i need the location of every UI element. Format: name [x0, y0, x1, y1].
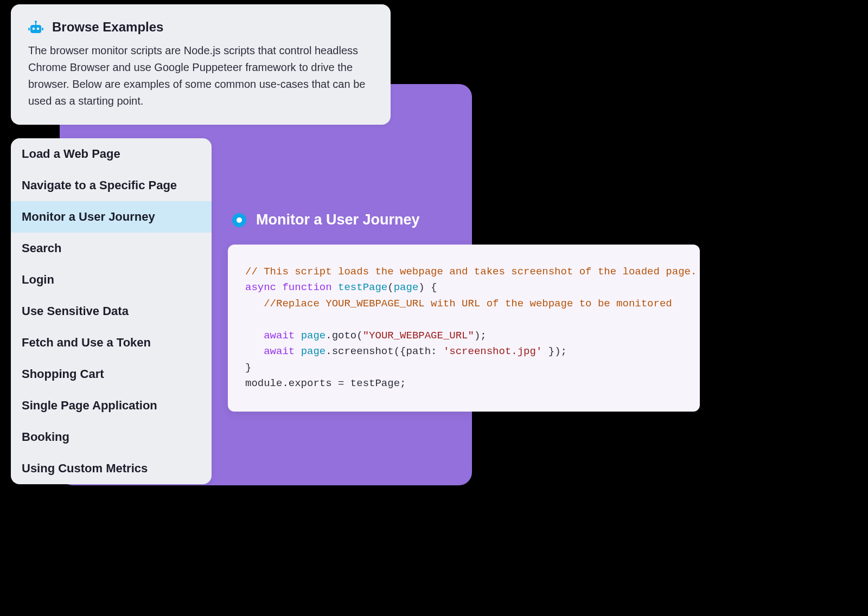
svg-rect-1 — [35, 22, 36, 25]
code-punct: }); — [542, 345, 567, 357]
code-string: "YOUR_WEBPAGE_URL" — [363, 330, 474, 342]
sidebar-item-label: Shopping Cart — [22, 367, 104, 381]
sidebar-item-navigate-specific-page[interactable]: Navigate to a Specific Page — [11, 170, 212, 201]
code-object: page — [301, 345, 326, 357]
svg-rect-5 — [28, 28, 30, 30]
sidebar-item-search[interactable]: Search — [11, 233, 212, 264]
code-indent — [245, 345, 264, 357]
sidebar-item-use-sensitive-data[interactable]: Use Sensitive Data — [11, 296, 212, 327]
examples-sidebar: Load a Web Page Navigate to a Specific P… — [11, 138, 212, 484]
code-indent — [245, 330, 264, 342]
svg-point-4 — [37, 28, 39, 30]
code-punct: ( — [387, 281, 393, 293]
code-object: page — [301, 330, 326, 342]
sidebar-item-fetch-use-token[interactable]: Fetch and Use a Token — [11, 327, 212, 358]
header-card: Browse Examples The browser monitor scri… — [11, 4, 391, 125]
sidebar-item-login[interactable]: Login — [11, 264, 212, 296]
code-keyword-await: await — [264, 345, 295, 357]
robot-icon — [28, 20, 43, 35]
code-method: .goto( — [326, 330, 362, 342]
sidebar-item-label: Use Sensitive Data — [22, 304, 129, 318]
content-title-row: Monitor a User Journey — [228, 211, 700, 228]
sidebar-item-using-custom-metrics[interactable]: Using Custom Metrics — [11, 453, 212, 484]
code-punct: ) { — [418, 281, 437, 293]
header-title: Browse Examples — [52, 20, 163, 35]
code-keyword-await: await — [264, 330, 295, 342]
svg-rect-2 — [30, 25, 41, 33]
code-method: .screenshot({path: — [326, 345, 443, 357]
sidebar-item-single-page-application[interactable]: Single Page Application — [11, 390, 212, 421]
svg-point-3 — [33, 28, 35, 30]
code-string: 'screenshot.jpg' — [443, 345, 542, 357]
code-comment: //Replace YOUR_WEBPAGE_URL with URL of t… — [245, 298, 672, 310]
code-keyword-async: async — [245, 281, 276, 293]
sidebar-item-label: Login — [22, 273, 54, 286]
content-panel: Monitor a User Journey // This script lo… — [228, 211, 700, 412]
sidebar-item-shopping-cart[interactable]: Shopping Cart — [11, 358, 212, 390]
code-block: // This script loads the webpage and tak… — [228, 245, 700, 412]
sidebar-item-label: Navigate to a Specific Page — [22, 178, 177, 192]
radio-selected-icon — [232, 213, 246, 227]
sidebar-item-label: Load a Web Page — [22, 147, 120, 161]
svg-rect-6 — [42, 28, 43, 30]
sidebar-item-label: Search — [22, 241, 61, 255]
sidebar-item-load-web-page[interactable]: Load a Web Page — [11, 138, 212, 170]
code-line: module.exports = testPage; — [245, 377, 406, 389]
sidebar-item-label: Monitor a User Journey — [22, 210, 155, 223]
header-description: The browser monitor scripts are Node.js … — [28, 42, 373, 110]
code-keyword-function: function — [282, 281, 331, 293]
sidebar-item-label: Fetch and Use a Token — [22, 336, 151, 349]
sidebar-item-label: Single Page Application — [22, 399, 157, 412]
code-function-name: testPage — [338, 281, 387, 293]
sidebar-item-booking[interactable]: Booking — [11, 421, 212, 453]
sidebar-item-label: Booking — [22, 430, 69, 444]
sidebar-item-monitor-user-journey[interactable]: Monitor a User Journey — [11, 201, 212, 233]
code-punct: ); — [474, 330, 487, 342]
code-brace: } — [245, 362, 251, 374]
header-title-row: Browse Examples — [28, 20, 373, 35]
code-param: page — [394, 281, 419, 293]
content-title: Monitor a User Journey — [256, 211, 420, 228]
code-comment: // This script loads the webpage and tak… — [245, 266, 697, 278]
sidebar-item-label: Using Custom Metrics — [22, 461, 148, 475]
